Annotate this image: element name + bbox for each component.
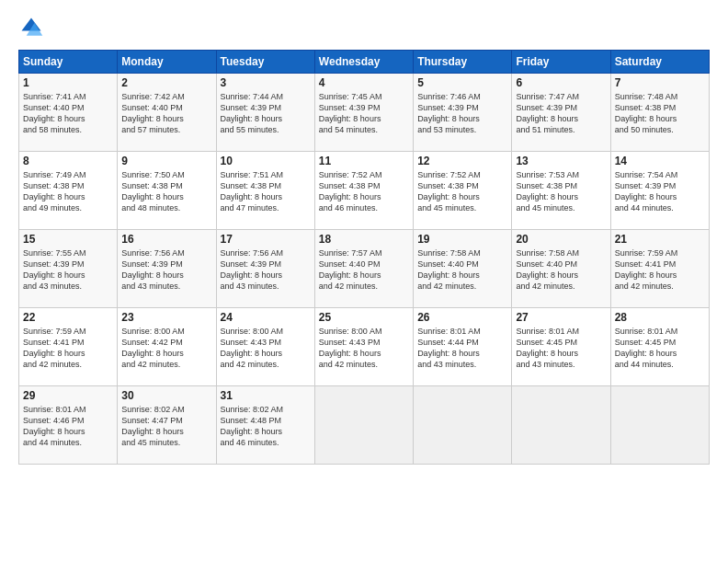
day-number: 20 [516, 233, 606, 246]
day-number: 17 [221, 233, 311, 246]
calendar-week-2: 8Sunrise: 7:49 AMSunset: 4:38 PMDaylight… [19, 152, 710, 230]
cell-details: Sunrise: 7:56 AMSunset: 4:39 PMDaylight:… [221, 247, 311, 293]
day-number: 18 [319, 233, 409, 246]
day-number: 30 [121, 389, 211, 402]
calendar-week-5: 29Sunrise: 8:01 AMSunset: 4:46 PMDayligh… [19, 386, 710, 465]
calendar-cell [414, 386, 512, 465]
calendar-cell: 14Sunrise: 7:54 AMSunset: 4:39 PMDayligh… [610, 152, 709, 230]
day-number: 14 [615, 155, 705, 167]
cell-details: Sunrise: 7:50 AMSunset: 4:38 PMDaylight:… [121, 169, 211, 214]
cell-details: Sunrise: 7:48 AMSunset: 4:38 PMDaylight:… [615, 91, 705, 136]
calendar-body: 1Sunrise: 7:41 AMSunset: 4:40 PMDaylight… [19, 74, 710, 465]
calendar-cell: 11Sunrise: 7:52 AMSunset: 4:38 PMDayligh… [314, 152, 413, 230]
cell-details: Sunrise: 7:42 AMSunset: 4:40 PMDaylight:… [121, 91, 211, 136]
calendar-cell: 2Sunrise: 7:42 AMSunset: 4:40 PMDaylight… [118, 74, 216, 152]
header [18, 15, 710, 40]
day-number: 29 [23, 389, 113, 402]
calendar-cell: 31Sunrise: 8:02 AMSunset: 4:48 PMDayligh… [216, 386, 314, 465]
calendar-cell: 27Sunrise: 8:01 AMSunset: 4:45 PMDayligh… [512, 308, 610, 386]
cell-details: Sunrise: 7:47 AMSunset: 4:39 PMDaylight:… [516, 91, 606, 136]
calendar-week-1: 1Sunrise: 7:41 AMSunset: 4:40 PMDaylight… [19, 74, 710, 152]
calendar-cell: 8Sunrise: 7:49 AMSunset: 4:38 PMDaylight… [19, 152, 118, 230]
cell-details: Sunrise: 8:01 AMSunset: 4:44 PMDaylight:… [417, 326, 507, 371]
cell-details: Sunrise: 7:59 AMSunset: 4:41 PMDaylight:… [23, 326, 113, 371]
calendar-cell: 15Sunrise: 7:55 AMSunset: 4:39 PMDayligh… [19, 230, 118, 308]
cell-details: Sunrise: 8:02 AMSunset: 4:48 PMDaylight:… [221, 404, 311, 449]
calendar-cell: 30Sunrise: 8:02 AMSunset: 4:47 PMDayligh… [118, 386, 216, 465]
day-number: 25 [319, 311, 409, 324]
day-number: 16 [121, 233, 211, 246]
calendar-cell: 24Sunrise: 8:00 AMSunset: 4:43 PMDayligh… [216, 308, 314, 386]
cell-details: Sunrise: 8:01 AMSunset: 4:45 PMDaylight:… [516, 326, 606, 371]
calendar-cell: 3Sunrise: 7:44 AMSunset: 4:39 PMDaylight… [216, 74, 314, 152]
cell-details: Sunrise: 7:58 AMSunset: 4:40 PMDaylight:… [417, 247, 507, 293]
calendar-cell: 10Sunrise: 7:51 AMSunset: 4:38 PMDayligh… [216, 152, 314, 230]
calendar-cell: 5Sunrise: 7:46 AMSunset: 4:39 PMDaylight… [414, 74, 512, 152]
calendar-cell: 23Sunrise: 8:00 AMSunset: 4:42 PMDayligh… [118, 308, 216, 386]
cell-details: Sunrise: 7:55 AMSunset: 4:39 PMDaylight:… [23, 247, 113, 293]
calendar-header: SundayMondayTuesdayWednesdayThursdayFrid… [19, 51, 710, 74]
calendar-cell: 1Sunrise: 7:41 AMSunset: 4:40 PMDaylight… [19, 74, 118, 152]
logo [18, 15, 48, 40]
cell-details: Sunrise: 7:41 AMSunset: 4:40 PMDaylight:… [23, 91, 113, 136]
calendar-cell: 6Sunrise: 7:47 AMSunset: 4:39 PMDaylight… [512, 74, 610, 152]
weekday-header-friday: Friday [512, 51, 610, 74]
cell-details: Sunrise: 7:46 AMSunset: 4:39 PMDaylight:… [417, 91, 507, 136]
cell-details: Sunrise: 7:54 AMSunset: 4:39 PMDaylight:… [615, 169, 705, 214]
cell-details: Sunrise: 7:52 AMSunset: 4:38 PMDaylight:… [319, 169, 409, 214]
calendar-cell: 4Sunrise: 7:45 AMSunset: 4:39 PMDaylight… [314, 74, 413, 152]
day-number: 31 [221, 389, 311, 402]
weekday-row: SundayMondayTuesdayWednesdayThursdayFrid… [19, 51, 710, 74]
cell-details: Sunrise: 7:57 AMSunset: 4:40 PMDaylight:… [319, 247, 409, 293]
cell-details: Sunrise: 7:45 AMSunset: 4:39 PMDaylight:… [319, 91, 409, 136]
weekday-header-thursday: Thursday [414, 51, 512, 74]
calendar-cell: 22Sunrise: 7:59 AMSunset: 4:41 PMDayligh… [19, 308, 118, 386]
page: SundayMondayTuesdayWednesdayThursdayFrid… [0, 0, 728, 563]
calendar-cell: 25Sunrise: 8:00 AMSunset: 4:43 PMDayligh… [314, 308, 413, 386]
cell-details: Sunrise: 8:01 AMSunset: 4:45 PMDaylight:… [615, 326, 705, 371]
day-number: 13 [516, 155, 606, 167]
weekday-header-tuesday: Tuesday [216, 51, 314, 74]
day-number: 9 [121, 155, 211, 167]
cell-details: Sunrise: 7:53 AMSunset: 4:38 PMDaylight:… [516, 169, 606, 214]
calendar-cell: 20Sunrise: 7:58 AMSunset: 4:40 PMDayligh… [512, 230, 610, 308]
day-number: 27 [516, 311, 606, 324]
day-number: 4 [319, 76, 409, 89]
day-number: 3 [221, 76, 311, 89]
calendar-cell: 26Sunrise: 8:01 AMSunset: 4:44 PMDayligh… [414, 308, 512, 386]
day-number: 23 [121, 311, 211, 324]
calendar-cell: 9Sunrise: 7:50 AMSunset: 4:38 PMDaylight… [118, 152, 216, 230]
logo-icon [18, 15, 44, 40]
day-number: 21 [615, 233, 705, 246]
calendar-table: SundayMondayTuesdayWednesdayThursdayFrid… [18, 50, 710, 465]
calendar-cell: 18Sunrise: 7:57 AMSunset: 4:40 PMDayligh… [314, 230, 413, 308]
calendar-week-3: 15Sunrise: 7:55 AMSunset: 4:39 PMDayligh… [19, 230, 710, 308]
day-number: 28 [615, 311, 705, 324]
cell-details: Sunrise: 7:58 AMSunset: 4:40 PMDaylight:… [516, 247, 606, 293]
calendar-week-4: 22Sunrise: 7:59 AMSunset: 4:41 PMDayligh… [19, 308, 710, 386]
cell-details: Sunrise: 8:00 AMSunset: 4:43 PMDaylight:… [319, 326, 409, 371]
calendar-cell [512, 386, 610, 465]
weekday-header-saturday: Saturday [610, 51, 709, 74]
cell-details: Sunrise: 7:59 AMSunset: 4:41 PMDaylight:… [615, 247, 705, 293]
cell-details: Sunrise: 7:52 AMSunset: 4:38 PMDaylight:… [417, 169, 507, 214]
calendar-cell: 12Sunrise: 7:52 AMSunset: 4:38 PMDayligh… [414, 152, 512, 230]
weekday-header-sunday: Sunday [19, 51, 118, 74]
cell-details: Sunrise: 8:00 AMSunset: 4:43 PMDaylight:… [221, 326, 311, 371]
calendar-cell: 28Sunrise: 8:01 AMSunset: 4:45 PMDayligh… [610, 308, 709, 386]
calendar-cell: 13Sunrise: 7:53 AMSunset: 4:38 PMDayligh… [512, 152, 610, 230]
cell-details: Sunrise: 7:49 AMSunset: 4:38 PMDaylight:… [23, 169, 113, 214]
calendar-cell [314, 386, 413, 465]
day-number: 5 [417, 76, 507, 89]
day-number: 10 [221, 155, 311, 167]
calendar-cell: 17Sunrise: 7:56 AMSunset: 4:39 PMDayligh… [216, 230, 314, 308]
day-number: 22 [23, 311, 113, 324]
calendar-cell: 29Sunrise: 8:01 AMSunset: 4:46 PMDayligh… [19, 386, 118, 465]
cell-details: Sunrise: 7:51 AMSunset: 4:38 PMDaylight:… [221, 169, 311, 214]
cell-details: Sunrise: 7:44 AMSunset: 4:39 PMDaylight:… [221, 91, 311, 136]
day-number: 2 [121, 76, 211, 89]
weekday-header-monday: Monday [118, 51, 216, 74]
day-number: 1 [23, 76, 113, 89]
cell-details: Sunrise: 8:01 AMSunset: 4:46 PMDaylight:… [23, 404, 113, 449]
cell-details: Sunrise: 8:00 AMSunset: 4:42 PMDaylight:… [121, 326, 211, 371]
